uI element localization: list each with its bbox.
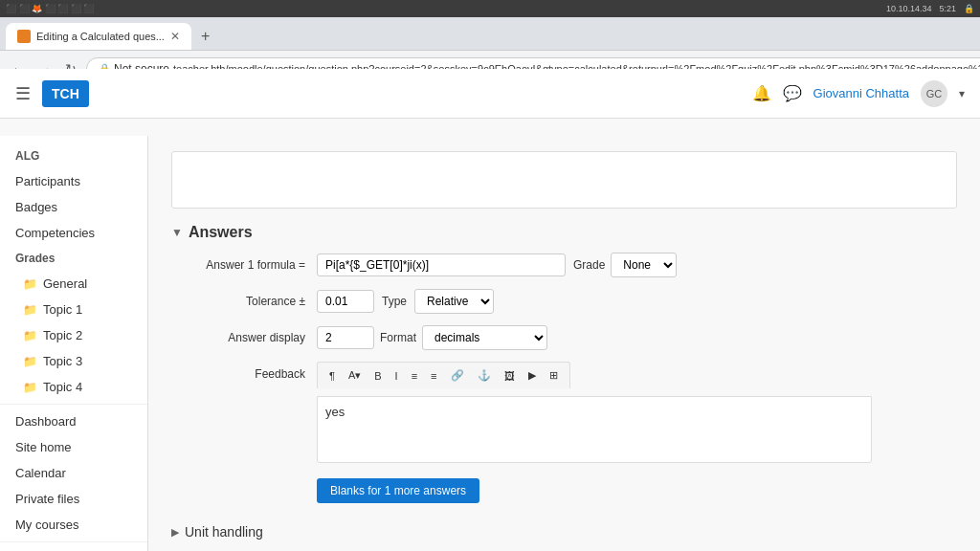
sidebar-item-addblock[interactable]: Add a block bbox=[0, 546, 147, 551]
sidebar-item-sitehome[interactable]: Site home bbox=[0, 434, 147, 460]
answers-collapse-arrow[interactable]: ▼ bbox=[171, 226, 183, 239]
format-label: Format bbox=[380, 331, 416, 344]
sidebar-item-topic1[interactable]: 📁 Topic 1 bbox=[0, 297, 147, 322]
blanks-button[interactable]: Blanks for 1 more answers bbox=[317, 478, 479, 503]
units-section[interactable]: ▶ Units bbox=[171, 545, 957, 551]
user-name[interactable]: Giovanni Chhatta bbox=[813, 86, 909, 100]
grade-select[interactable]: None 100% bbox=[611, 253, 677, 277]
sidebar-item-privatefiles[interactable]: Private files bbox=[0, 486, 147, 512]
sidebar-item-calendar[interactable]: Calendar bbox=[0, 460, 147, 486]
app-header: ☰ TCH 🔔 💬 Giovanni Chhatta GC ▾ bbox=[0, 69, 980, 119]
sidebar-section-alg: ALG bbox=[0, 143, 147, 168]
editor-btn-italic[interactable]: I bbox=[390, 367, 404, 385]
sidebar-item-competencies[interactable]: Competencies bbox=[0, 220, 147, 246]
tab-favicon bbox=[17, 30, 31, 43]
answer-formula-label: Answer 1 formula = bbox=[171, 253, 305, 272]
sidebar-divider2 bbox=[0, 541, 147, 542]
question-text-area[interactable] bbox=[171, 151, 957, 209]
tab-close-btn[interactable]: ✕ bbox=[170, 30, 180, 43]
main-content: ▼ Answers Answer 1 formula = Grade None … bbox=[148, 136, 980, 551]
sidebar-item-label: Site home bbox=[15, 440, 72, 454]
sidebar-item-label: Calendar bbox=[15, 466, 66, 480]
system-ip: 10.10.14.34 bbox=[886, 4, 932, 13]
sidebar-item-topic3[interactable]: 📁 Topic 3 bbox=[0, 348, 147, 374]
editor-btn-ol[interactable]: ≡ bbox=[425, 367, 442, 385]
editor-btn-ul[interactable]: ≡ bbox=[406, 367, 423, 385]
feedback-editor[interactable]: yes bbox=[317, 396, 872, 463]
sidebar-item-label: Topic 3 bbox=[43, 354, 82, 368]
answer-formula-row: Answer 1 formula = Grade None 100% bbox=[171, 253, 957, 277]
sidebar-item-label: General bbox=[43, 276, 87, 291]
folder-icon: 📁 bbox=[23, 355, 37, 368]
editor-btn-font[interactable]: A▾ bbox=[343, 366, 367, 385]
answer-display-label: Answer display bbox=[171, 325, 305, 344]
grade-row: Grade None 100% bbox=[573, 253, 677, 277]
system-lock: 🔒 bbox=[964, 4, 974, 13]
sidebar-item-dashboard[interactable]: Dashboard bbox=[0, 408, 147, 434]
editor-btn-image[interactable]: 🖼 bbox=[499, 367, 521, 385]
sidebar-item-participants[interactable]: Participants bbox=[0, 168, 147, 194]
sidebar-item-label: My courses bbox=[15, 518, 78, 532]
app-logo[interactable]: TCH bbox=[42, 80, 89, 107]
answer-display-row: Answer display Format decimals significa… bbox=[171, 325, 957, 350]
sidebar-item-general[interactable]: 📁 General bbox=[0, 271, 147, 297]
sidebar-item-label: Dashboard bbox=[15, 414, 77, 429]
unit-handling-section[interactable]: ▶ Unit handling bbox=[171, 518, 957, 545]
tab-bar: Editing a Calculated ques... ✕ + bbox=[0, 17, 980, 50]
type-select[interactable]: Relative Nominal bbox=[414, 289, 494, 314]
feedback-label: Feedback bbox=[171, 362, 305, 381]
system-bar-items: ⬛ ⬛ 🦊 ⬛ ⬛ ⬛ ⬛ bbox=[6, 4, 94, 13]
folder-icon: 📁 bbox=[23, 303, 37, 317]
editor-btn-video[interactable]: ▶ bbox=[523, 366, 542, 385]
feedback-controls: ¶ A▾ B I ≡ ≡ 🔗 ⚓ 🖼 ▶ ⊞ yes bbox=[317, 362, 957, 503]
active-tab[interactable]: Editing a Calculated ques... ✕ bbox=[6, 23, 191, 50]
sidebar-item-label: Private files bbox=[15, 492, 79, 506]
sidebar-item-mycourses[interactable]: My courses bbox=[0, 512, 147, 538]
tolerance-input[interactable] bbox=[317, 290, 374, 313]
editor-btn-table[interactable]: ⊞ bbox=[544, 366, 564, 385]
sidebar-item-topic4[interactable]: 📁 Topic 4 bbox=[0, 374, 147, 400]
feedback-text: yes bbox=[325, 405, 345, 419]
sidebar-divider bbox=[0, 404, 147, 405]
chevron-right-icon: ▶ bbox=[171, 526, 179, 539]
header-right: 🔔 💬 Giovanni Chhatta GC ▾ bbox=[752, 80, 965, 107]
editor-btn-paragraph[interactable]: ¶ bbox=[323, 367, 341, 385]
answer-display-controls: Format decimals significant figures bbox=[317, 325, 957, 350]
sidebar: ALG Participants Badges Competencies Gra… bbox=[0, 136, 148, 551]
message-icon[interactable]: 💬 bbox=[783, 84, 802, 102]
editor-toolbar: ¶ A▾ B I ≡ ≡ 🔗 ⚓ 🖼 ▶ ⊞ bbox=[317, 362, 570, 388]
answers-title: Answers bbox=[189, 224, 253, 241]
answer-display-input[interactable] bbox=[317, 326, 374, 349]
sidebar-item-badges[interactable]: Badges bbox=[0, 194, 147, 220]
sidebar-item-label: Badges bbox=[15, 200, 57, 214]
sidebar-item-label: Topic 1 bbox=[43, 302, 82, 317]
type-label: Type bbox=[382, 295, 407, 308]
sidebar-item-topic2[interactable]: 📁 Topic 2 bbox=[0, 322, 147, 348]
sidebar-item-label: Competencies bbox=[15, 226, 95, 240]
system-icons: 10.10.14.34 5:21 🔒 bbox=[886, 4, 974, 13]
feedback-row: Feedback ¶ A▾ B I ≡ ≡ 🔗 ⚓ 🖼 ▶ ⊞ bbox=[171, 362, 957, 503]
editor-btn-anchor[interactable]: ⚓ bbox=[472, 366, 497, 385]
system-time: 5:21 bbox=[939, 4, 956, 13]
tolerance-controls: Type Relative Nominal bbox=[317, 289, 957, 314]
editor-btn-bold[interactable]: B bbox=[368, 367, 387, 385]
system-bar: ⬛ ⬛ 🦊 ⬛ ⬛ ⬛ ⬛ 10.10.14.34 5:21 🔒 bbox=[0, 0, 980, 17]
sidebar-item-label: Participants bbox=[15, 174, 80, 188]
answers-section: ▼ Answers Answer 1 formula = Grade None … bbox=[171, 224, 957, 503]
new-tab-button[interactable]: + bbox=[195, 26, 215, 47]
tolerance-row: Tolerance ± Type Relative Nominal bbox=[171, 289, 957, 314]
editor-btn-link[interactable]: 🔗 bbox=[445, 366, 470, 385]
user-menu-btn[interactable]: ▾ bbox=[959, 87, 965, 100]
format-select[interactable]: decimals significant figures bbox=[422, 325, 547, 350]
folder-icon: 📁 bbox=[23, 381, 37, 394]
tab-title: Editing a Calculated ques... bbox=[36, 31, 165, 42]
unit-handling-label: Unit handling bbox=[185, 524, 263, 540]
collapsible-sections: ▶ Unit handling ▶ Units ▶ Multiple tries… bbox=[171, 518, 957, 551]
tolerance-label: Tolerance ± bbox=[171, 289, 305, 308]
avatar[interactable]: GC bbox=[921, 80, 947, 107]
notification-icon[interactable]: 🔔 bbox=[752, 84, 771, 102]
answer-formula-input[interactable] bbox=[317, 253, 566, 276]
answers-section-header: ▼ Answers bbox=[171, 224, 957, 241]
hamburger-icon[interactable]: ☰ bbox=[15, 83, 31, 104]
folder-icon: 📁 bbox=[23, 277, 37, 291]
